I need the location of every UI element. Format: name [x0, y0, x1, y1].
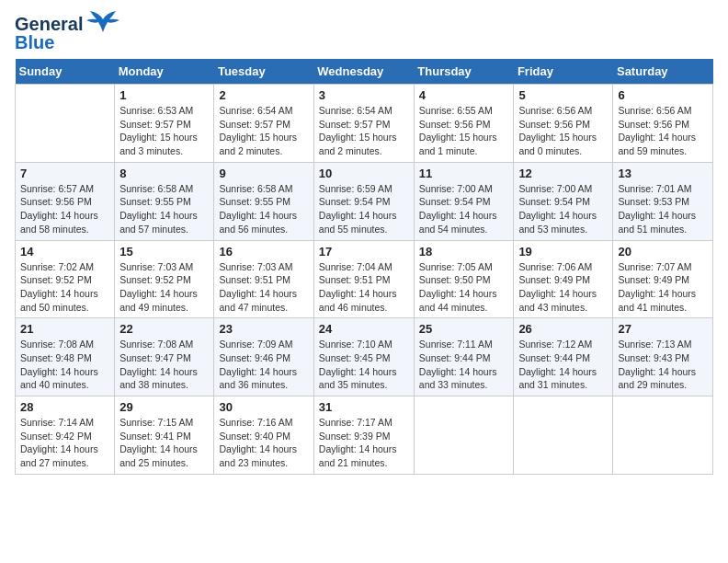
cell-content: Sunrise: 7:11 AMSunset: 9:44 PMDaylight:… — [419, 338, 509, 392]
calendar-cell: 22Sunrise: 7:08 AMSunset: 9:47 PMDayligh… — [115, 318, 214, 396]
cell-content: Sunrise: 7:08 AMSunset: 9:48 PMDaylight:… — [20, 338, 109, 392]
calendar-cell: 20Sunrise: 7:07 AMSunset: 9:49 PMDayligh… — [613, 240, 713, 318]
cell-content: Sunrise: 6:54 AMSunset: 9:57 PMDaylight:… — [219, 104, 308, 158]
day-number: 8 — [119, 167, 209, 180]
logo-name: General — [15, 15, 83, 33]
col-header-saturday: Saturday — [613, 59, 713, 85]
calendar-header-row: SundayMondayTuesdayWednesdayThursdayFrid… — [16, 59, 713, 85]
cell-content: Sunrise: 6:56 AMSunset: 9:56 PMDaylight:… — [518, 104, 608, 158]
calendar-cell: 25Sunrise: 7:11 AMSunset: 9:44 PMDayligh… — [414, 318, 514, 396]
day-number: 7 — [20, 167, 109, 180]
calendar-cell: 2Sunrise: 6:54 AMSunset: 9:57 PMDaylight… — [214, 85, 313, 163]
logo-blue-name: Blue — [15, 33, 83, 52]
calendar-cell: 16Sunrise: 7:03 AMSunset: 9:51 PMDayligh… — [214, 240, 313, 318]
calendar-cell: 18Sunrise: 7:05 AMSunset: 9:50 PMDayligh… — [414, 240, 514, 318]
week-row-2: 7Sunrise: 6:57 AMSunset: 9:56 PMDaylight… — [16, 162, 713, 240]
day-number: 30 — [219, 400, 308, 414]
day-number: 5 — [518, 88, 608, 102]
cell-content: Sunrise: 7:00 AMSunset: 9:54 PMDaylight:… — [518, 182, 608, 236]
cell-content: Sunrise: 7:06 AMSunset: 9:49 PMDaylight:… — [518, 260, 608, 315]
day-number: 15 — [119, 245, 209, 259]
week-row-5: 28Sunrise: 7:14 AMSunset: 9:42 PMDayligh… — [16, 396, 713, 475]
calendar-cell: 7Sunrise: 6:57 AMSunset: 9:56 PMDaylight… — [16, 162, 115, 240]
cell-content: Sunrise: 7:15 AMSunset: 9:41 PMDaylight:… — [119, 416, 209, 470]
calendar-cell — [16, 85, 115, 163]
calendar-cell: 31Sunrise: 7:17 AMSunset: 9:39 PMDayligh… — [313, 396, 414, 475]
logo-container: General Blue — [15, 15, 119, 52]
day-number: 1 — [119, 88, 209, 102]
calendar-cell: 17Sunrise: 7:04 AMSunset: 9:51 PMDayligh… — [313, 240, 414, 318]
logo: General Blue — [15, 15, 119, 52]
bird-logo-icon — [86, 10, 119, 38]
cell-content: Sunrise: 7:09 AMSunset: 9:46 PMDaylight:… — [219, 338, 308, 392]
col-header-sunday: Sunday — [16, 59, 115, 85]
day-number: 22 — [119, 322, 209, 336]
day-number: 20 — [618, 245, 708, 259]
calendar-cell — [514, 396, 613, 475]
cell-content: Sunrise: 7:13 AMSunset: 9:43 PMDaylight:… — [618, 338, 708, 392]
cell-content: Sunrise: 6:56 AMSunset: 9:56 PMDaylight:… — [618, 104, 708, 158]
day-number: 18 — [419, 245, 509, 259]
day-number: 14 — [20, 245, 109, 259]
col-header-thursday: Thursday — [414, 59, 514, 85]
week-row-4: 21Sunrise: 7:08 AMSunset: 9:48 PMDayligh… — [16, 318, 713, 396]
calendar-cell: 8Sunrise: 6:58 AMSunset: 9:55 PMDaylight… — [115, 162, 214, 240]
calendar-cell: 4Sunrise: 6:55 AMSunset: 9:56 PMDaylight… — [414, 85, 514, 163]
cell-content: Sunrise: 6:54 AMSunset: 9:57 PMDaylight:… — [319, 104, 409, 158]
calendar-cell: 23Sunrise: 7:09 AMSunset: 9:46 PMDayligh… — [214, 318, 313, 396]
calendar-cell: 24Sunrise: 7:10 AMSunset: 9:45 PMDayligh… — [313, 318, 414, 396]
calendar-cell: 11Sunrise: 7:00 AMSunset: 9:54 PMDayligh… — [414, 162, 514, 240]
logo-text-container: General Blue — [15, 15, 83, 52]
calendar-cell: 21Sunrise: 7:08 AMSunset: 9:48 PMDayligh… — [16, 318, 115, 396]
cell-content: Sunrise: 6:57 AMSunset: 9:56 PMDaylight:… — [20, 182, 109, 236]
day-number: 27 — [618, 322, 708, 336]
day-number: 12 — [518, 167, 608, 180]
day-number: 29 — [119, 400, 209, 414]
calendar-cell: 27Sunrise: 7:13 AMSunset: 9:43 PMDayligh… — [613, 318, 713, 396]
cell-content: Sunrise: 7:02 AMSunset: 9:52 PMDaylight:… — [20, 260, 109, 315]
cell-content: Sunrise: 7:07 AMSunset: 9:49 PMDaylight:… — [618, 260, 708, 315]
calendar-cell: 3Sunrise: 6:54 AMSunset: 9:57 PMDaylight… — [313, 85, 414, 163]
day-number: 10 — [319, 167, 409, 180]
cell-content: Sunrise: 6:58 AMSunset: 9:55 PMDaylight:… — [119, 182, 209, 236]
cell-content: Sunrise: 7:05 AMSunset: 9:50 PMDaylight:… — [419, 260, 509, 315]
day-number: 17 — [319, 245, 409, 259]
calendar-cell: 15Sunrise: 7:03 AMSunset: 9:52 PMDayligh… — [115, 240, 214, 318]
cell-content: Sunrise: 7:03 AMSunset: 9:52 PMDaylight:… — [119, 260, 209, 315]
calendar-cell: 6Sunrise: 6:56 AMSunset: 9:56 PMDaylight… — [613, 85, 713, 163]
col-header-monday: Monday — [115, 59, 214, 85]
day-number: 6 — [618, 88, 708, 102]
calendar-cell — [414, 396, 514, 475]
cell-content: Sunrise: 7:01 AMSunset: 9:53 PMDaylight:… — [618, 182, 708, 236]
day-number: 16 — [219, 245, 308, 259]
calendar-cell: 26Sunrise: 7:12 AMSunset: 9:44 PMDayligh… — [514, 318, 613, 396]
calendar-cell: 1Sunrise: 6:53 AMSunset: 9:57 PMDaylight… — [115, 85, 214, 163]
calendar-cell: 12Sunrise: 7:00 AMSunset: 9:54 PMDayligh… — [514, 162, 613, 240]
cell-content: Sunrise: 7:08 AMSunset: 9:47 PMDaylight:… — [119, 338, 209, 392]
day-number: 4 — [419, 88, 509, 102]
calendar-cell: 28Sunrise: 7:14 AMSunset: 9:42 PMDayligh… — [16, 396, 115, 475]
cell-content: Sunrise: 6:53 AMSunset: 9:57 PMDaylight:… — [119, 104, 209, 158]
cell-content: Sunrise: 6:58 AMSunset: 9:55 PMDaylight:… — [219, 182, 308, 236]
col-header-friday: Friday — [514, 59, 613, 85]
cell-content: Sunrise: 7:03 AMSunset: 9:51 PMDaylight:… — [219, 260, 308, 315]
calendar-cell: 14Sunrise: 7:02 AMSunset: 9:52 PMDayligh… — [16, 240, 115, 318]
calendar-cell — [613, 396, 713, 475]
week-row-3: 14Sunrise: 7:02 AMSunset: 9:52 PMDayligh… — [16, 240, 713, 318]
day-number: 2 — [219, 88, 308, 102]
day-number: 28 — [20, 400, 109, 414]
cell-content: Sunrise: 6:55 AMSunset: 9:56 PMDaylight:… — [419, 104, 509, 158]
day-number: 13 — [618, 167, 708, 180]
cell-content: Sunrise: 7:04 AMSunset: 9:51 PMDaylight:… — [319, 260, 409, 315]
cell-content: Sunrise: 7:10 AMSunset: 9:45 PMDaylight:… — [319, 338, 409, 392]
day-number: 9 — [219, 167, 308, 180]
day-number: 21 — [20, 322, 109, 336]
day-number: 25 — [419, 322, 509, 336]
calendar-cell: 13Sunrise: 7:01 AMSunset: 9:53 PMDayligh… — [613, 162, 713, 240]
cell-content: Sunrise: 7:16 AMSunset: 9:40 PMDaylight:… — [219, 416, 308, 470]
calendar-table: SundayMondayTuesdayWednesdayThursdayFrid… — [15, 59, 713, 475]
day-number: 23 — [219, 322, 308, 336]
calendar-cell: 5Sunrise: 6:56 AMSunset: 9:56 PMDaylight… — [514, 85, 613, 163]
day-number: 19 — [518, 245, 608, 259]
cell-content: Sunrise: 6:59 AMSunset: 9:54 PMDaylight:… — [319, 182, 409, 236]
